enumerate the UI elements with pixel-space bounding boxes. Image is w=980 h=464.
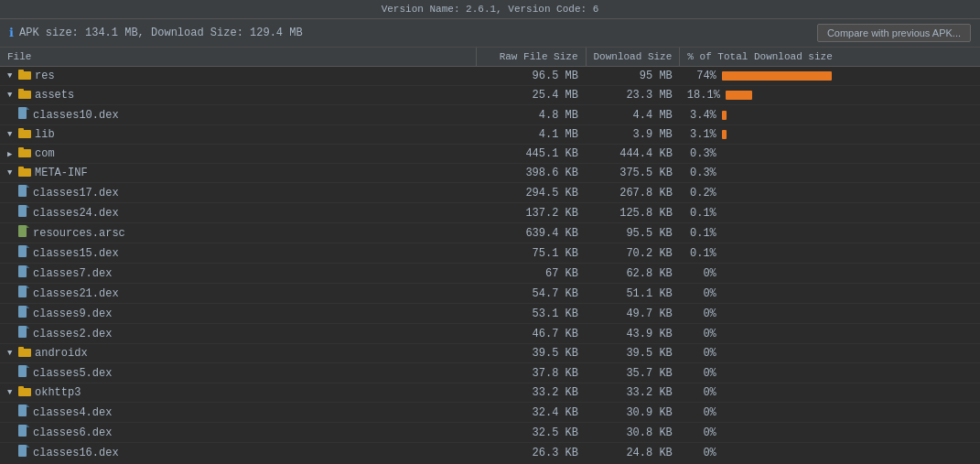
table-row[interactable]: ▼res96.5 MB95 MB74%: [0, 67, 980, 86]
svg-rect-8: [18, 128, 24, 131]
table-row[interactable]: ▼lib4.1 MB3.9 MB3.1%: [0, 125, 980, 145]
table-row[interactable]: classes15.dex75.1 KB70.2 KB0.1%: [0, 243, 980, 264]
dex-file-icon: [18, 326, 29, 341]
dex-file-icon: [18, 365, 29, 381]
folder-icon: [18, 69, 31, 83]
table-row[interactable]: ▼META-INF398.6 KB375.5 KB0.3%: [0, 164, 980, 183]
info-bar: ℹ APK size: 134.1 MB, Download Size: 129…: [0, 19, 980, 48]
table-row[interactable]: classes5.dex37.8 KB35.7 KB0%: [0, 363, 980, 383]
file-name: lib: [35, 128, 55, 141]
table-row[interactable]: ▼assets25.4 MB23.3 MB18.1%: [0, 86, 980, 105]
raw-size: 37.8 KB: [476, 363, 586, 383]
download-size: 49.7 KB: [586, 304, 680, 324]
pct-text: 3.1%: [687, 128, 716, 141]
svg-rect-10: [18, 147, 24, 150]
svg-rect-9: [18, 149, 31, 157]
svg-marker-20: [27, 225, 29, 228]
file-name: res: [35, 70, 55, 82]
version-label: Version Name: 2.6.1, Version Code: 6: [382, 4, 599, 15]
raw-size: 46.7 KB: [476, 324, 586, 344]
raw-size: 67 KB: [476, 264, 586, 284]
pct-text: 0%: [687, 447, 716, 458]
raw-size: 96.5 MB: [476, 67, 586, 86]
table-row[interactable]: classes2.dex46.7 KB43.9 KB0%: [0, 324, 980, 344]
table-row[interactable]: ▼androidx39.5 KB39.5 KB0%: [0, 344, 980, 363]
table-row[interactable]: resources.arsc639.4 KB95.5 KB0.1%: [0, 223, 980, 243]
svg-rect-1: [18, 70, 24, 72]
table-row[interactable]: classes21.dex54.7 KB51.1 KB0%: [0, 284, 980, 304]
file-name: resources.arsc: [33, 227, 125, 240]
pct-text: 0.2%: [687, 187, 716, 200]
raw-size: 4.8 MB: [476, 105, 586, 125]
svg-marker-26: [27, 265, 29, 268]
file-name: classes21.dex: [33, 287, 119, 300]
table-row[interactable]: classes7.dex67 KB62.8 KB0%: [0, 264, 980, 284]
svg-marker-48: [27, 425, 29, 427]
pct-bar-cell: 0.3%: [680, 164, 980, 183]
table-container: File Raw File Size Download Size % of To…: [0, 48, 980, 457]
svg-rect-21: [18, 245, 27, 257]
svg-marker-15: [27, 185, 29, 188]
file-name: androidx: [35, 347, 88, 360]
svg-rect-27: [18, 286, 27, 297]
dex-file-icon: [18, 265, 29, 281]
folder-icon: [18, 346, 31, 361]
file-name: okhttp3: [35, 386, 81, 399]
pct-bar-cell: 0%: [680, 443, 980, 458]
table-row[interactable]: classes4.dex32.4 KB30.9 KB0%: [0, 403, 980, 423]
table-row[interactable]: classes16.dex26.3 KB24.8 KB0%: [0, 443, 980, 458]
svg-marker-32: [27, 306, 29, 308]
table-row[interactable]: classes17.dex294.5 KB267.8 KB0.2%: [0, 183, 980, 203]
table-row[interactable]: ▶com445.1 KB444.4 KB0.3%: [0, 145, 980, 164]
pct-text: 3.4%: [687, 109, 716, 122]
svg-rect-30: [18, 306, 27, 318]
download-size: 30.9 KB: [586, 403, 680, 423]
svg-marker-6: [27, 107, 29, 110]
file-name: classes6.dex: [33, 426, 112, 439]
raw-size: 54.7 KB: [476, 284, 586, 304]
file-icon: [18, 225, 29, 241]
svg-rect-33: [18, 326, 27, 338]
table-row[interactable]: classes10.dex4.8 MB4.4 MB3.4%: [0, 105, 980, 125]
table-header: File Raw File Size Download Size % of To…: [0, 48, 980, 67]
pct-text: 0%: [687, 328, 716, 340]
table-row[interactable]: classes24.dex137.2 KB125.8 KB0.1%: [0, 203, 980, 223]
download-size: 267.8 KB: [586, 183, 680, 203]
col-file: File: [0, 48, 476, 67]
download-size: 43.9 KB: [586, 324, 680, 344]
svg-rect-2: [18, 91, 31, 99]
svg-marker-18: [27, 205, 29, 208]
download-size: 30.8 KB: [586, 423, 680, 443]
pct-bar-cell: 18.1%: [680, 86, 980, 105]
table-row[interactable]: classes6.dex32.5 KB30.8 KB0%: [0, 423, 980, 443]
file-name: classes5.dex: [33, 367, 112, 380]
pct-text: 0%: [687, 308, 716, 320]
expand-arrow: ▼: [7, 168, 15, 178]
download-size: 375.5 KB: [586, 164, 680, 183]
svg-rect-13: [18, 185, 27, 197]
svg-rect-46: [18, 425, 27, 437]
download-size: 23.3 MB: [586, 86, 680, 105]
download-size: 33.2 KB: [586, 383, 680, 403]
svg-marker-35: [27, 326, 29, 329]
raw-size: 39.5 KB: [476, 344, 586, 363]
file-name: classes2.dex: [33, 328, 112, 340]
table-row[interactable]: classes9.dex53.1 KB49.7 KB0%: [0, 304, 980, 324]
pct-text: 0%: [687, 386, 716, 399]
raw-size: 32.4 KB: [476, 403, 586, 423]
raw-size: 32.5 KB: [476, 423, 586, 443]
download-size: 62.8 KB: [586, 264, 680, 284]
pct-bar-cell: 0%: [680, 423, 980, 443]
folder-icon: [18, 385, 31, 400]
pct-bar: [722, 111, 727, 120]
pct-text: 0.1%: [687, 247, 716, 260]
file-name: classes16.dex: [33, 447, 119, 458]
raw-size: 53.1 KB: [476, 304, 586, 324]
compare-button[interactable]: Compare with previous APK...: [817, 24, 971, 42]
pct-bar: [722, 130, 727, 139]
svg-marker-23: [27, 245, 29, 248]
pct-text: 0%: [687, 406, 716, 419]
table-row[interactable]: ▼okhttp333.2 KB33.2 KB0%: [0, 383, 980, 403]
dex-file-icon: [18, 445, 29, 457]
file-name: assets: [35, 89, 74, 102]
